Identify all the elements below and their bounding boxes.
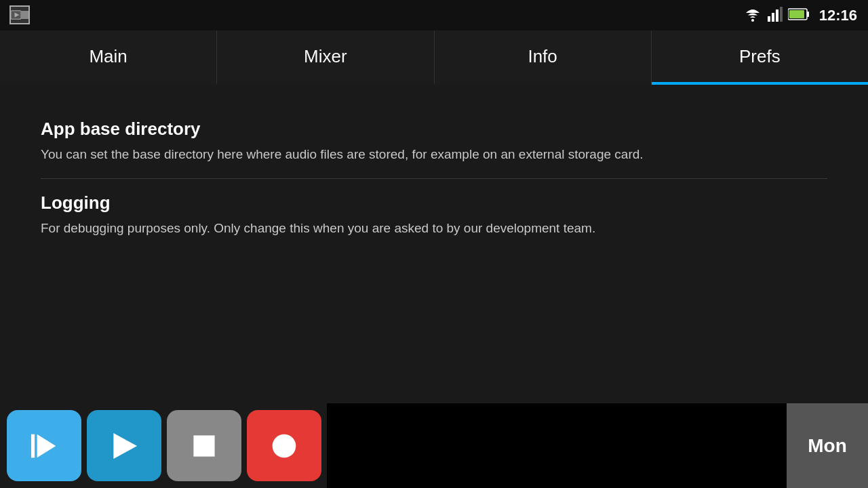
transport-controls (0, 403, 321, 488)
svg-rect-13 (193, 435, 214, 456)
svg-point-2 (751, 19, 754, 22)
step-forward-icon (26, 428, 62, 464)
pref-logging-desc: For debugging purposes only. Only change… (41, 219, 827, 239)
svg-rect-4 (772, 13, 774, 22)
play-from-start-button[interactable] (7, 410, 81, 481)
wifi-icon (743, 7, 762, 24)
play-icon (106, 428, 142, 464)
tab-mixer[interactable]: Mixer (217, 30, 434, 85)
status-icons: 12:16 (743, 7, 857, 24)
signal-icon (768, 7, 783, 24)
status-bar: 12:16 (0, 0, 868, 30)
svg-marker-12 (113, 432, 137, 458)
svg-point-14 (273, 434, 296, 458)
tab-bar: Main Mixer Info Prefs (0, 30, 868, 85)
prefs-content: App base directory You can set the base … (0, 85, 868, 251)
tab-main[interactable]: Main (0, 30, 217, 85)
stop-button[interactable] (167, 410, 241, 481)
battery-icon (788, 8, 810, 23)
thumbnail-icon (9, 5, 30, 24)
mon-button[interactable]: Mon (787, 403, 868, 488)
stop-icon (186, 428, 222, 464)
clock: 12:16 (819, 7, 857, 24)
svg-rect-10 (31, 434, 35, 458)
pref-logging-title: Logging (41, 192, 827, 214)
record-button[interactable] (247, 410, 321, 481)
tab-info[interactable]: Info (435, 30, 652, 85)
pref-logging[interactable]: Logging For debugging purposes only. Onl… (41, 179, 827, 252)
svg-marker-11 (37, 434, 56, 458)
svg-rect-8 (807, 12, 809, 17)
waveform-display (327, 403, 787, 488)
pref-app-base-directory-title: App base directory (41, 119, 827, 140)
tab-prefs[interactable]: Prefs (652, 30, 868, 85)
svg-rect-3 (768, 16, 770, 22)
mon-label: Mon (808, 435, 847, 457)
svg-rect-6 (780, 7, 783, 22)
record-icon (267, 428, 302, 464)
bottom-bar: Mon (0, 403, 868, 488)
svg-rect-5 (776, 9, 778, 22)
pref-app-base-directory-desc: You can set the base directory here wher… (41, 145, 827, 165)
pref-app-base-directory[interactable]: App base directory You can set the base … (41, 105, 827, 179)
play-button[interactable] (87, 410, 161, 481)
svg-rect-9 (789, 10, 804, 18)
